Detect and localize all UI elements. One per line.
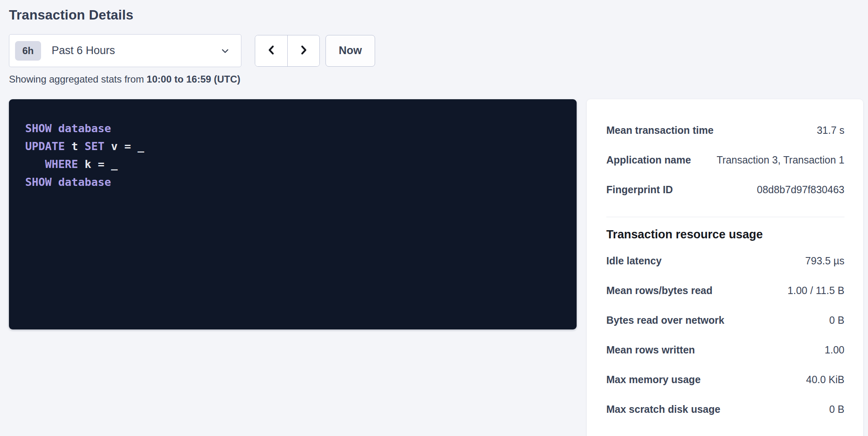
- stat-row-mean-transaction-time: Mean transaction time 31.7 s: [606, 116, 844, 145]
- stat-row-max-scratch-disk-usage: Max scratch disk usage 0 B: [606, 395, 844, 424]
- caption-time-range: 10:00 to 16:59 (UTC): [147, 74, 241, 85]
- stat-label: Max scratch disk usage: [606, 403, 720, 415]
- time-controls: 6h Past 6 Hours Now: [9, 34, 863, 67]
- transaction-details-page: Transaction Details 6h Past 6 Hours Now: [0, 0, 868, 436]
- previous-time-button[interactable]: [255, 35, 287, 66]
- stat-row-bytes-read-over-network: Bytes read over network 0 B: [606, 305, 844, 335]
- stat-row-application-name: Application name Transaction 3, Transact…: [606, 145, 844, 175]
- stat-value: 0 B: [829, 314, 844, 326]
- sql-statement-box: SHOW databaseUPDATE t SET v = _ WHERE k …: [9, 99, 577, 329]
- stat-row-mean-rows-written: Mean rows written 1.00: [606, 335, 844, 365]
- stat-label: Fingerprint ID: [606, 184, 673, 196]
- time-nav-button-group: [255, 35, 320, 67]
- stat-value: 0 B: [829, 403, 844, 415]
- resource-usage-heading: Transaction resource usage: [606, 228, 844, 241]
- stat-row-max-memory-usage: Max memory usage 40.0 KiB: [606, 365, 844, 395]
- stat-label: Idle latency: [606, 255, 662, 267]
- chevron-left-icon: [266, 44, 277, 57]
- stat-label: Bytes read over network: [606, 314, 724, 326]
- time-range-badge: 6h: [15, 41, 41, 61]
- stat-label: Mean rows written: [606, 344, 695, 356]
- stat-value: 1.00 / 11.5 B: [788, 285, 844, 296]
- main-content: SHOW databaseUPDATE t SET v = _ WHERE k …: [9, 99, 863, 436]
- sql-line: UPDATE t SET v = _: [25, 137, 560, 155]
- transaction-stats-card: Mean transaction time 31.7 s Application…: [587, 99, 863, 436]
- stat-label: Mean transaction time: [606, 124, 714, 136]
- aggregated-stats-caption: Showing aggregated stats from 10:00 to 1…: [9, 74, 863, 85]
- stat-label: Application name: [606, 154, 691, 166]
- sql-statement-text: SHOW databaseUPDATE t SET v = _ WHERE k …: [25, 120, 560, 191]
- chevron-down-icon: [220, 46, 230, 56]
- chevron-right-icon: [298, 44, 309, 57]
- sql-line: SHOW database: [25, 120, 560, 137]
- stat-value: 08d8b7d97f830463: [757, 184, 844, 196]
- sql-line: WHERE k = _: [25, 155, 560, 173]
- stat-value: 793.5 µs: [805, 255, 844, 267]
- next-time-button[interactable]: [287, 35, 319, 66]
- stat-row-fingerprint-id: Fingerprint ID 08d8b7d97f830463: [606, 175, 844, 205]
- time-range-dropdown[interactable]: 6h Past 6 Hours: [9, 34, 241, 67]
- caption-prefix: Showing aggregated stats from: [9, 74, 147, 85]
- card-divider: [606, 217, 844, 217]
- stat-row-idle-latency: Idle latency 793.5 µs: [606, 246, 844, 276]
- now-button[interactable]: Now: [326, 35, 375, 67]
- stat-label: Mean rows/bytes read: [606, 285, 712, 296]
- stat-value: Transaction 3, Transaction 1: [716, 154, 844, 166]
- sql-line: SHOW database: [25, 173, 560, 191]
- stat-row-mean-rows-bytes-read: Mean rows/bytes read 1.00 / 11.5 B: [606, 276, 844, 305]
- stat-value: 31.7 s: [817, 124, 844, 136]
- stat-label: Max memory usage: [606, 374, 701, 386]
- stat-value: 1.00: [825, 344, 844, 356]
- page-title: Transaction Details: [9, 7, 863, 23]
- stat-value: 40.0 KiB: [806, 374, 844, 386]
- time-range-label: Past 6 Hours: [52, 44, 115, 57]
